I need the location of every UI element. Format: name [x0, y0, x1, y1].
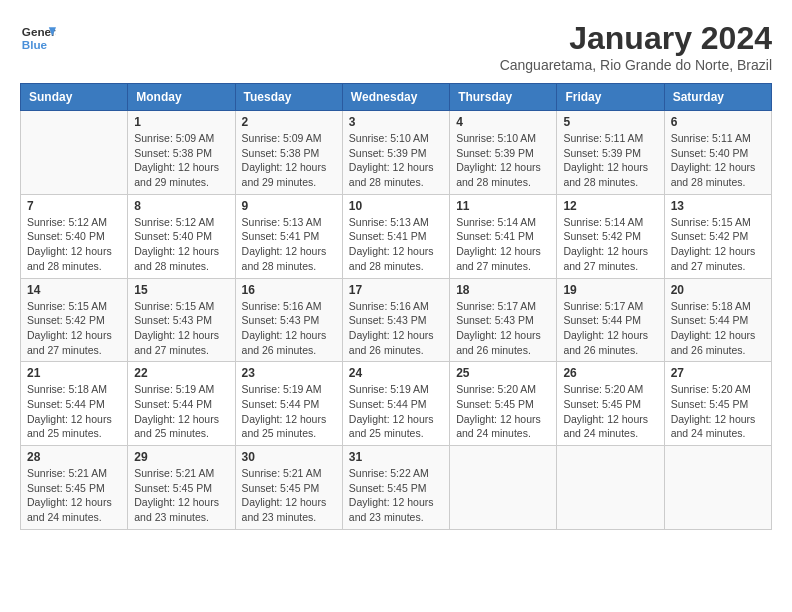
- day-number: 31: [349, 450, 443, 464]
- calendar-week-row: 7Sunrise: 5:12 AM Sunset: 5:40 PM Daylig…: [21, 194, 772, 278]
- calendar-table: SundayMondayTuesdayWednesdayThursdayFrid…: [20, 83, 772, 530]
- day-info: Sunrise: 5:18 AM Sunset: 5:44 PM Dayligh…: [671, 299, 765, 358]
- day-info: Sunrise: 5:10 AM Sunset: 5:39 PM Dayligh…: [456, 131, 550, 190]
- calendar-cell: 3Sunrise: 5:10 AM Sunset: 5:39 PM Daylig…: [342, 111, 449, 195]
- col-header-friday: Friday: [557, 84, 664, 111]
- day-number: 5: [563, 115, 657, 129]
- day-info: Sunrise: 5:13 AM Sunset: 5:41 PM Dayligh…: [349, 215, 443, 274]
- day-number: 28: [27, 450, 121, 464]
- month-title: January 2024: [500, 20, 772, 57]
- day-info: Sunrise: 5:11 AM Sunset: 5:39 PM Dayligh…: [563, 131, 657, 190]
- day-info: Sunrise: 5:22 AM Sunset: 5:45 PM Dayligh…: [349, 466, 443, 525]
- page-header: General Blue January 2024 Canguaretama, …: [20, 20, 772, 73]
- day-number: 24: [349, 366, 443, 380]
- day-number: 15: [134, 283, 228, 297]
- day-number: 29: [134, 450, 228, 464]
- day-info: Sunrise: 5:12 AM Sunset: 5:40 PM Dayligh…: [27, 215, 121, 274]
- calendar-header-row: SundayMondayTuesdayWednesdayThursdayFrid…: [21, 84, 772, 111]
- day-info: Sunrise: 5:11 AM Sunset: 5:40 PM Dayligh…: [671, 131, 765, 190]
- logo: General Blue: [20, 20, 56, 56]
- calendar-cell: 28Sunrise: 5:21 AM Sunset: 5:45 PM Dayli…: [21, 446, 128, 530]
- calendar-cell: 23Sunrise: 5:19 AM Sunset: 5:44 PM Dayli…: [235, 362, 342, 446]
- day-number: 27: [671, 366, 765, 380]
- col-header-saturday: Saturday: [664, 84, 771, 111]
- calendar-cell: 14Sunrise: 5:15 AM Sunset: 5:42 PM Dayli…: [21, 278, 128, 362]
- calendar-cell: 24Sunrise: 5:19 AM Sunset: 5:44 PM Dayli…: [342, 362, 449, 446]
- location-title: Canguaretama, Rio Grande do Norte, Brazi…: [500, 57, 772, 73]
- calendar-cell: [557, 446, 664, 530]
- calendar-cell: 18Sunrise: 5:17 AM Sunset: 5:43 PM Dayli…: [450, 278, 557, 362]
- day-info: Sunrise: 5:19 AM Sunset: 5:44 PM Dayligh…: [242, 382, 336, 441]
- day-number: 3: [349, 115, 443, 129]
- calendar-cell: 2Sunrise: 5:09 AM Sunset: 5:38 PM Daylig…: [235, 111, 342, 195]
- day-number: 9: [242, 199, 336, 213]
- day-info: Sunrise: 5:17 AM Sunset: 5:44 PM Dayligh…: [563, 299, 657, 358]
- col-header-wednesday: Wednesday: [342, 84, 449, 111]
- day-number: 21: [27, 366, 121, 380]
- day-number: 18: [456, 283, 550, 297]
- day-info: Sunrise: 5:14 AM Sunset: 5:42 PM Dayligh…: [563, 215, 657, 274]
- calendar-cell: 11Sunrise: 5:14 AM Sunset: 5:41 PM Dayli…: [450, 194, 557, 278]
- day-info: Sunrise: 5:21 AM Sunset: 5:45 PM Dayligh…: [134, 466, 228, 525]
- day-info: Sunrise: 5:09 AM Sunset: 5:38 PM Dayligh…: [242, 131, 336, 190]
- calendar-cell: 16Sunrise: 5:16 AM Sunset: 5:43 PM Dayli…: [235, 278, 342, 362]
- calendar-cell: 9Sunrise: 5:13 AM Sunset: 5:41 PM Daylig…: [235, 194, 342, 278]
- day-number: 8: [134, 199, 228, 213]
- col-header-monday: Monday: [128, 84, 235, 111]
- day-number: 4: [456, 115, 550, 129]
- logo-icon: General Blue: [20, 20, 56, 56]
- day-info: Sunrise: 5:16 AM Sunset: 5:43 PM Dayligh…: [349, 299, 443, 358]
- day-info: Sunrise: 5:15 AM Sunset: 5:42 PM Dayligh…: [27, 299, 121, 358]
- day-number: 19: [563, 283, 657, 297]
- calendar-cell: 31Sunrise: 5:22 AM Sunset: 5:45 PM Dayli…: [342, 446, 449, 530]
- day-info: Sunrise: 5:14 AM Sunset: 5:41 PM Dayligh…: [456, 215, 550, 274]
- calendar-cell: 26Sunrise: 5:20 AM Sunset: 5:45 PM Dayli…: [557, 362, 664, 446]
- calendar-cell: 8Sunrise: 5:12 AM Sunset: 5:40 PM Daylig…: [128, 194, 235, 278]
- calendar-cell: [664, 446, 771, 530]
- day-info: Sunrise: 5:20 AM Sunset: 5:45 PM Dayligh…: [563, 382, 657, 441]
- calendar-cell: 13Sunrise: 5:15 AM Sunset: 5:42 PM Dayli…: [664, 194, 771, 278]
- calendar-cell: 10Sunrise: 5:13 AM Sunset: 5:41 PM Dayli…: [342, 194, 449, 278]
- calendar-cell: 19Sunrise: 5:17 AM Sunset: 5:44 PM Dayli…: [557, 278, 664, 362]
- day-number: 6: [671, 115, 765, 129]
- day-info: Sunrise: 5:15 AM Sunset: 5:42 PM Dayligh…: [671, 215, 765, 274]
- calendar-cell: 17Sunrise: 5:16 AM Sunset: 5:43 PM Dayli…: [342, 278, 449, 362]
- calendar-week-row: 14Sunrise: 5:15 AM Sunset: 5:42 PM Dayli…: [21, 278, 772, 362]
- calendar-cell: [450, 446, 557, 530]
- day-info: Sunrise: 5:10 AM Sunset: 5:39 PM Dayligh…: [349, 131, 443, 190]
- day-number: 23: [242, 366, 336, 380]
- day-number: 1: [134, 115, 228, 129]
- calendar-cell: 21Sunrise: 5:18 AM Sunset: 5:44 PM Dayli…: [21, 362, 128, 446]
- day-number: 11: [456, 199, 550, 213]
- calendar-cell: 27Sunrise: 5:20 AM Sunset: 5:45 PM Dayli…: [664, 362, 771, 446]
- day-info: Sunrise: 5:13 AM Sunset: 5:41 PM Dayligh…: [242, 215, 336, 274]
- day-number: 17: [349, 283, 443, 297]
- title-block: January 2024 Canguaretama, Rio Grande do…: [500, 20, 772, 73]
- day-number: 25: [456, 366, 550, 380]
- calendar-cell: 25Sunrise: 5:20 AM Sunset: 5:45 PM Dayli…: [450, 362, 557, 446]
- calendar-cell: [21, 111, 128, 195]
- day-info: Sunrise: 5:15 AM Sunset: 5:43 PM Dayligh…: [134, 299, 228, 358]
- day-number: 26: [563, 366, 657, 380]
- day-number: 20: [671, 283, 765, 297]
- col-header-sunday: Sunday: [21, 84, 128, 111]
- day-number: 30: [242, 450, 336, 464]
- day-number: 14: [27, 283, 121, 297]
- day-info: Sunrise: 5:09 AM Sunset: 5:38 PM Dayligh…: [134, 131, 228, 190]
- day-info: Sunrise: 5:19 AM Sunset: 5:44 PM Dayligh…: [134, 382, 228, 441]
- day-info: Sunrise: 5:20 AM Sunset: 5:45 PM Dayligh…: [671, 382, 765, 441]
- calendar-week-row: 21Sunrise: 5:18 AM Sunset: 5:44 PM Dayli…: [21, 362, 772, 446]
- day-number: 16: [242, 283, 336, 297]
- calendar-cell: 29Sunrise: 5:21 AM Sunset: 5:45 PM Dayli…: [128, 446, 235, 530]
- calendar-cell: 15Sunrise: 5:15 AM Sunset: 5:43 PM Dayli…: [128, 278, 235, 362]
- day-number: 13: [671, 199, 765, 213]
- calendar-cell: 1Sunrise: 5:09 AM Sunset: 5:38 PM Daylig…: [128, 111, 235, 195]
- day-info: Sunrise: 5:18 AM Sunset: 5:44 PM Dayligh…: [27, 382, 121, 441]
- day-info: Sunrise: 5:12 AM Sunset: 5:40 PM Dayligh…: [134, 215, 228, 274]
- svg-text:Blue: Blue: [22, 38, 48, 51]
- day-number: 2: [242, 115, 336, 129]
- day-info: Sunrise: 5:21 AM Sunset: 5:45 PM Dayligh…: [27, 466, 121, 525]
- calendar-cell: 12Sunrise: 5:14 AM Sunset: 5:42 PM Dayli…: [557, 194, 664, 278]
- day-info: Sunrise: 5:21 AM Sunset: 5:45 PM Dayligh…: [242, 466, 336, 525]
- day-number: 7: [27, 199, 121, 213]
